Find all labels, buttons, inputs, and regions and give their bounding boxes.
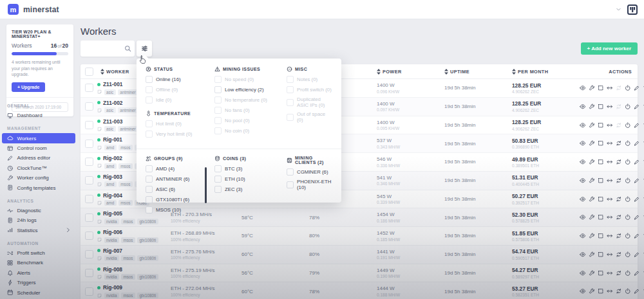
checkbox[interactable] xyxy=(146,206,153,213)
switch-icon[interactable] xyxy=(607,177,613,184)
worker-tag[interactable]: msos xyxy=(121,237,135,243)
switch-icon[interactable] xyxy=(607,196,613,203)
sidebar-item-scheduler[interactable]: Scheduler xyxy=(2,287,75,297)
worker-name[interactable]: Rig-007 xyxy=(103,248,122,254)
edit-icon[interactable] xyxy=(634,159,640,165)
edit-icon[interactable] xyxy=(634,233,640,239)
console-icon[interactable] xyxy=(598,140,604,147)
reboot-icon[interactable] xyxy=(625,177,631,184)
row-checkbox[interactable] xyxy=(85,176,93,185)
config-icon[interactable] xyxy=(589,140,595,147)
switch-icon[interactable] xyxy=(607,159,613,165)
edit-icon[interactable] xyxy=(634,288,640,294)
config-icon[interactable] xyxy=(589,196,595,203)
worker-tag[interactable]: msos xyxy=(118,200,133,206)
worker-tag[interactable]: nvidia xyxy=(104,293,119,298)
column-header-uptime[interactable]: UPTIME xyxy=(441,69,509,75)
filter-option-hot-limit-0[interactable]: Hot limit (0) xyxy=(146,120,211,127)
filter-option-cgminer-6[interactable]: CGMINER (6) xyxy=(287,168,332,176)
reboot-icon[interactable] xyxy=(625,196,631,203)
worker-tag[interactable]: asic xyxy=(104,89,116,95)
checkbox[interactable] xyxy=(287,99,294,106)
row-checkbox[interactable] xyxy=(85,102,93,111)
filter-option-very-hot-limit-0[interactable]: Very hot limit (0) xyxy=(146,131,211,138)
console-icon[interactable] xyxy=(598,104,604,110)
switch-icon[interactable] xyxy=(607,251,613,258)
view-icon[interactable] xyxy=(580,214,586,221)
worker-tag[interactable]: msos xyxy=(118,181,133,187)
row-checkbox[interactable] xyxy=(85,84,93,92)
worker-tag[interactable]: msos xyxy=(118,145,133,150)
upgrade-button[interactable]: + Upgrade xyxy=(12,82,45,92)
sync-icon[interactable] xyxy=(616,159,622,165)
edit-icon[interactable] xyxy=(634,104,640,110)
filter-option-out-of-space-0[interactable]: Out of space (0) xyxy=(287,111,332,123)
sidebar-item-control-room[interactable]: Control room xyxy=(2,143,75,153)
filter-option-no-fans-0[interactable]: No fans (0) xyxy=(214,107,283,114)
worker-tag[interactable]: msos xyxy=(121,293,135,298)
console-icon[interactable] xyxy=(598,233,604,239)
config-icon[interactable] xyxy=(589,214,595,221)
filter-option-zec-3[interactable]: ZEC (3) xyxy=(214,186,283,193)
filter-option-btc-3[interactable]: BTC (3) xyxy=(214,165,283,172)
view-icon[interactable] xyxy=(580,251,586,258)
column-header-power[interactable]: POWER xyxy=(374,69,441,75)
edit-icon[interactable] xyxy=(634,122,640,129)
view-icon[interactable] xyxy=(580,270,586,276)
worker-name[interactable]: Rig-008 xyxy=(103,266,122,273)
worker-tag[interactable]: asic xyxy=(104,126,116,132)
console-icon[interactable] xyxy=(598,122,604,129)
console-icon[interactable] xyxy=(598,214,604,221)
edit-icon[interactable] xyxy=(634,177,640,184)
sidebar-item-triggers[interactable]: Triggers xyxy=(2,278,75,287)
worker-tag[interactable]: amd xyxy=(104,181,117,187)
checkbox[interactable] xyxy=(214,117,222,124)
add-new-worker-button[interactable]: + Add new worker xyxy=(581,42,638,55)
checkbox[interactable] xyxy=(287,168,294,176)
view-icon[interactable] xyxy=(580,85,586,91)
checkbox[interactable] xyxy=(287,114,294,121)
view-icon[interactable] xyxy=(580,122,586,129)
sync-icon[interactable] xyxy=(616,140,622,147)
reboot-icon[interactable] xyxy=(625,122,631,129)
worker-tag[interactable]: msos xyxy=(121,255,135,261)
checkbox[interactable] xyxy=(146,86,153,93)
worker-name[interactable]: Rig-009 xyxy=(103,284,122,291)
worker-name[interactable]: Z11-002 xyxy=(103,100,122,106)
filter-option-msos-10[interactable]: MSOS (10) xyxy=(146,206,211,213)
filter-option-profit-switch-0[interactable]: Profit switch (0) xyxy=(287,86,332,93)
switch-icon[interactable] xyxy=(607,85,613,91)
sync-icon[interactable] xyxy=(616,214,622,221)
config-icon[interactable] xyxy=(589,251,595,258)
sidebar-item-benchmark[interactable]: Benchmark xyxy=(2,258,75,267)
worker-tag[interactable]: asic xyxy=(104,107,116,113)
worker-tag[interactable]: gtx1080ti xyxy=(137,255,158,261)
sidebar-item-worker-config[interactable]: Worker config xyxy=(2,173,75,183)
worker-tag[interactable]: gtx1080ti xyxy=(137,274,158,280)
filter-option-no-temperature-0[interactable]: No temperature (0) xyxy=(214,96,283,104)
filter-option-notes-0[interactable]: Notes (0) xyxy=(287,76,332,83)
checkbox[interactable] xyxy=(146,186,153,193)
sidebar-item-clocktune[interactable]: ClockTune™ xyxy=(2,163,75,173)
sync-icon[interactable] xyxy=(616,233,622,239)
config-icon[interactable] xyxy=(589,233,595,239)
checkbox[interactable] xyxy=(214,96,222,104)
checkbox[interactable] xyxy=(146,165,153,172)
sync-icon[interactable] xyxy=(616,196,622,203)
config-icon[interactable] xyxy=(589,270,595,276)
groups-scrollbar[interactable] xyxy=(205,167,207,203)
edit-icon[interactable] xyxy=(634,214,640,221)
checkbox[interactable] xyxy=(146,176,153,183)
config-icon[interactable] xyxy=(589,122,595,129)
edit-icon[interactable] xyxy=(634,140,640,147)
reboot-icon[interactable] xyxy=(625,140,631,147)
reboot-icon[interactable] xyxy=(625,288,631,294)
console-icon[interactable] xyxy=(598,196,604,203)
filter-option-offline-0[interactable]: Offline (0) xyxy=(146,86,211,93)
switch-icon[interactable] xyxy=(607,122,613,129)
sidebar-item-profit-switch[interactable]: Profit switch xyxy=(2,248,75,258)
worker-tag[interactable]: gtx1080ti xyxy=(137,293,158,298)
view-icon[interactable] xyxy=(580,159,586,165)
console-icon[interactable] xyxy=(598,270,604,276)
reboot-icon[interactable] xyxy=(625,270,631,276)
